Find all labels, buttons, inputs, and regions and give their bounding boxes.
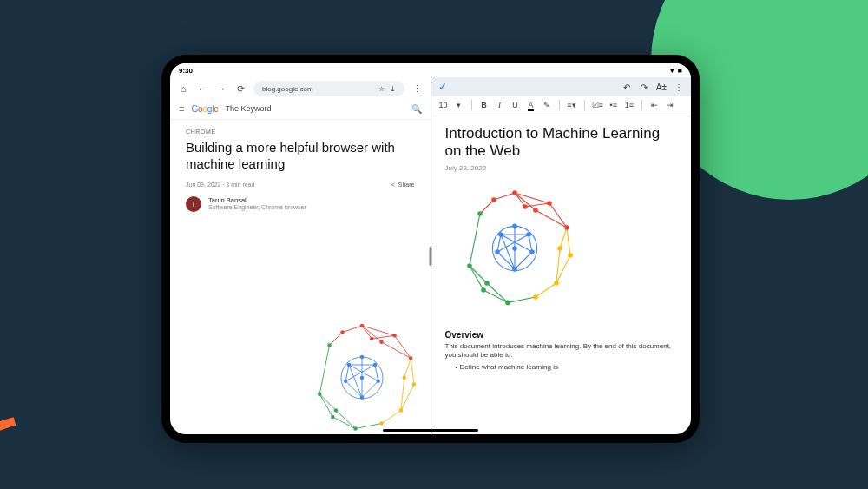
home-icon[interactable]: ⌂: [177, 83, 189, 95]
align-button[interactable]: ≡▾: [567, 101, 577, 109]
status-time: 9:30: [179, 67, 193, 75]
menu-icon[interactable]: ≡: [179, 103, 184, 114]
svg-point-17: [372, 363, 377, 367]
doc-overflow-icon[interactable]: ⋮: [674, 83, 684, 92]
overview-body[interactable]: This document introduces machine learnin…: [445, 342, 678, 360]
font-size-chevron-icon[interactable]: ▾: [454, 101, 464, 109]
toolbar-separator: [641, 100, 642, 110]
toolbar-separator: [584, 100, 585, 110]
redo-icon[interactable]: ↷: [639, 83, 649, 92]
svg-point-29: [523, 204, 528, 209]
star-icon[interactable]: ☆: [378, 85, 385, 93]
svg-point-44: [512, 223, 517, 228]
svg-point-28: [491, 197, 496, 202]
svg-point-4: [379, 340, 384, 345]
overflow-icon[interactable]: ⋮: [411, 83, 424, 95]
svg-point-27: [533, 208, 538, 213]
highlight-button[interactable]: ✎: [542, 101, 552, 109]
browser-topbar: ⌂ ← → ⟳ blog.google.com ☆ ⤓ ⋮: [170, 77, 431, 100]
status-bar: 9:30 ▾ ■: [170, 63, 691, 77]
author-role: Software Engineer, Chrome browser: [208, 204, 306, 210]
article-headline: Building a more helpful browser with mac…: [186, 140, 415, 173]
checklist-button[interactable]: ☑≡: [592, 101, 603, 109]
svg-point-6: [370, 337, 374, 341]
svg-point-42: [512, 267, 517, 272]
split-handle[interactable]: [430, 247, 432, 266]
svg-point-35: [481, 287, 486, 293]
svg-point-41: [529, 249, 535, 254]
forward-icon[interactable]: →: [215, 83, 227, 95]
chrome-network-graphic: [297, 313, 427, 434]
svg-point-37: [477, 211, 483, 216]
gesture-bar[interactable]: [383, 429, 478, 432]
indent-button[interactable]: ⇥: [665, 101, 675, 109]
doc-graphic: [445, 179, 584, 318]
svg-point-39: [498, 232, 503, 237]
numbered-list-button[interactable]: 1≡: [624, 101, 635, 109]
svg-point-11: [353, 426, 358, 431]
svg-point-7: [411, 382, 416, 387]
search-icon[interactable]: 🔍: [279, 104, 422, 114]
svg-point-9: [402, 376, 406, 380]
battery-icon: ■: [678, 66, 682, 75]
status-icons: ▾ ■: [670, 66, 682, 75]
doc-body[interactable]: Introduction to Machine Learning on the …: [431, 116, 692, 434]
outdent-button[interactable]: ⇤: [649, 101, 660, 109]
svg-point-40: [526, 232, 531, 237]
bulleted-list-button[interactable]: •≡: [608, 101, 619, 109]
reload-icon[interactable]: ⟳: [234, 83, 247, 95]
browser-pane: ⌂ ← → ⟳ blog.google.com ☆ ⤓ ⋮ ≡ G: [170, 77, 431, 434]
svg-point-13: [318, 393, 322, 397]
docs-pane: ✓ ↶ ↷ A± ⋮ 10 ▾ B I U A ✎: [431, 77, 692, 434]
text-color-button[interactable]: A: [526, 101, 536, 109]
back-icon[interactable]: ←: [196, 83, 208, 95]
url-bar[interactable]: blog.google.com ☆ ⤓: [253, 81, 404, 96]
toolbar-separator: [559, 100, 560, 110]
svg-point-14: [327, 343, 332, 347]
svg-point-31: [554, 281, 559, 286]
svg-point-18: [376, 380, 380, 384]
svg-point-22: [359, 376, 364, 380]
download-icon[interactable]: ⤓: [390, 85, 396, 93]
doc-title[interactable]: Introduction to Machine Learning on the …: [445, 125, 678, 161]
overview-heading[interactable]: Overview: [445, 330, 678, 340]
svg-point-33: [533, 294, 538, 300]
svg-point-21: [359, 355, 364, 360]
svg-point-15: [333, 408, 338, 413]
done-icon[interactable]: ✓: [438, 81, 447, 93]
svg-point-20: [344, 380, 348, 384]
italic-button[interactable]: I: [495, 101, 505, 109]
svg-point-24: [512, 190, 517, 195]
svg-point-32: [557, 246, 562, 251]
bold-button[interactable]: B: [479, 101, 490, 109]
url-text: blog.google.com: [262, 85, 313, 93]
svg-point-1: [359, 324, 364, 328]
article-eyebrow: CHROME: [186, 129, 415, 135]
article: CHROME Building a more helpful browser w…: [170, 120, 431, 434]
svg-point-38: [484, 281, 490, 286]
share-button[interactable]: < Share: [391, 182, 415, 188]
svg-point-43: [495, 249, 500, 254]
avatar: T: [186, 196, 201, 212]
svg-point-45: [512, 246, 517, 251]
svg-point-12: [331, 415, 335, 420]
split-view: ⌂ ← → ⟳ blog.google.com ☆ ⤓ ⋮ ≡ G: [170, 77, 691, 434]
overview-bullet[interactable]: • Define what machine learning is: [456, 363, 678, 371]
svg-point-16: [346, 363, 351, 367]
svg-point-19: [359, 395, 364, 400]
svg-point-8: [398, 408, 403, 413]
underline-button[interactable]: U: [510, 101, 521, 109]
site-header: ≡ Google The Keyword 🔍: [170, 100, 431, 120]
font-size-value[interactable]: 10: [438, 101, 449, 109]
author-name: Tarun Bansal: [208, 196, 306, 204]
svg-point-5: [340, 330, 345, 334]
google-logo: Google: [191, 104, 218, 114]
svg-point-36: [467, 263, 472, 268]
share-icon: <: [391, 182, 395, 188]
doc-date[interactable]: July 28, 2022: [445, 164, 678, 172]
site-title: The Keyword: [226, 104, 272, 113]
undo-icon[interactable]: ↶: [621, 83, 632, 92]
text-size-icon[interactable]: A±: [656, 83, 667, 92]
toolbar-separator: [471, 100, 472, 110]
tablet-screen: 9:30 ▾ ■ ⌂ ← → ⟳ blog.google.com ☆: [170, 63, 691, 434]
